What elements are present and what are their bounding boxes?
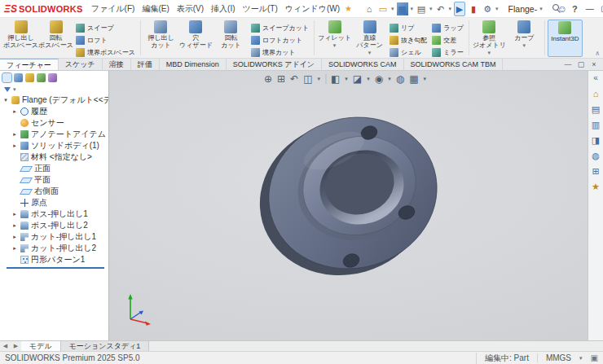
linear-pattern-caret-icon[interactable]: ▾ — [368, 49, 372, 57]
print-caret-icon[interactable]: ▾ — [429, 5, 433, 13]
units-caret-icon[interactable]: ▾ — [579, 354, 583, 362]
print-button[interactable]: ▤ — [416, 2, 427, 15]
tree-item-front-plane[interactable]: 正面 — [0, 163, 108, 174]
tab-mbd-dimension[interactable]: MBD Dimension — [160, 59, 227, 70]
options-caret-icon[interactable]: ▾ — [495, 5, 499, 13]
undo-button[interactable]: ↶ — [435, 2, 447, 15]
tab-solidworks-cam-tbm[interactable]: SOLIDWORKS CAM TBM — [404, 59, 504, 70]
curves-button[interactable]: カーブ ▾ — [507, 20, 542, 57]
collapse-ribbon-icon[interactable]: ∧ — [595, 50, 600, 57]
propertymanager-tab-icon[interactable] — [14, 73, 23, 82]
fillet-button[interactable]: フィレット ▾ — [317, 20, 352, 57]
dimxpertmanager-tab-icon[interactable] — [37, 73, 46, 82]
file-explorer-icon[interactable]: ▥ — [592, 120, 600, 129]
expand-icon[interactable] — [11, 234, 18, 240]
expand-icon[interactable] — [11, 245, 18, 252]
tab-weldments[interactable]: 溶接 — [103, 59, 131, 70]
wrap-button[interactable]: ラップ — [429, 22, 466, 33]
extrude-boss-button[interactable]: 押し出し ボス/ベース — [3, 20, 38, 57]
document-title[interactable]: Flange- ▾ — [508, 4, 543, 14]
collapse-taskpane-icon[interactable]: « — [593, 73, 598, 83]
menu-view[interactable]: 表示(V) — [177, 3, 204, 15]
extruded-cut-button[interactable]: 押し出し カット — [143, 20, 178, 57]
tab-motion-study-1[interactable]: モーションスタディ1 — [61, 341, 150, 351]
menu-insert[interactable]: 挿入(I) — [211, 3, 235, 15]
tree-item-boss-extrude1[interactable]: ボス-押し出し1 — [0, 208, 108, 220]
menu-window[interactable]: ウィンドウ(W) — [285, 3, 340, 15]
select-play-button[interactable]: ▶ — [454, 2, 465, 16]
tab-model[interactable]: モデル — [21, 341, 61, 351]
draft-button[interactable]: 抜き勾配 — [387, 34, 429, 46]
restore-button[interactable]: ▢ — [597, 4, 603, 13]
filter-caret-icon[interactable]: ▾ — [13, 86, 16, 94]
tabs-scroll-left-icon[interactable]: ◀ — [0, 341, 11, 351]
reference-geometry-caret-icon[interactable]: ▾ — [488, 49, 491, 57]
revolve-boss-button[interactable]: 回転 ボス/ベース — [38, 20, 73, 57]
expand-icon[interactable] — [11, 211, 18, 217]
expand-icon[interactable] — [11, 143, 18, 149]
tag-icon[interactable]: ▣ — [591, 353, 598, 362]
tree-item-root-part[interactable]: Flange (デフォルト<<デフォルト>_表示状態 — [0, 94, 108, 106]
revolved-cut-button[interactable]: 回転 カット — [213, 20, 249, 57]
displaymanager-tab-icon[interactable] — [48, 73, 57, 82]
tabs-scroll-right-icon[interactable]: ▶ — [11, 341, 21, 351]
forum-icon[interactable]: ★ — [592, 182, 600, 191]
tab-solidworks-addins[interactable]: SOLIDWORKS アドイン — [227, 59, 322, 70]
shell-button[interactable]: シェル — [387, 46, 429, 58]
tree-item-solid-bodies[interactable]: ソリッドボディ(1) — [0, 140, 108, 151]
tab-evaluate[interactable]: 評価 — [131, 59, 160, 70]
reference-geometry-button[interactable]: 参照 ジオメトリ ▾ — [472, 20, 507, 57]
tree-item-cut-extrude2[interactable]: カット-押し出し2 — [0, 243, 108, 254]
tree-item-top-plane[interactable]: 平面 — [0, 174, 108, 186]
tab-sketch[interactable]: スケッチ — [59, 59, 103, 70]
graphics-area[interactable]: ⊕ ⊞ ↶ ◫ ▾ ◧ ▾ ◪ ▾ ◉ ▾ ◍ ▦ ▾ — [109, 71, 588, 340]
expand-icon[interactable] — [2, 97, 9, 103]
hole-wizard-button[interactable]: 穴 ウィザード — [178, 20, 213, 57]
units-selector[interactable]: MMGS — [537, 353, 571, 362]
expand-icon[interactable] — [11, 108, 18, 115]
doc-minimize-button[interactable]: — — [562, 60, 574, 68]
linear-pattern-button[interactable]: 直線 パターン ▾ — [352, 20, 387, 57]
expand-icon[interactable] — [11, 131, 18, 138]
lofted-cut-button[interactable]: ロフトカット — [249, 34, 311, 46]
sweep-boss-button[interactable]: スイープ — [73, 22, 138, 33]
tree-item-cut-extrude1[interactable]: カット-押し出し1 — [0, 231, 108, 243]
tree-item-circular-pattern1[interactable]: 円形パターン1 — [0, 254, 108, 265]
tree-item-origin[interactable]: 原点 — [0, 197, 108, 208]
tree-item-boss-extrude2[interactable]: ボス-押し出し2 — [0, 220, 108, 231]
doc-restore-button[interactable]: ▢ — [575, 60, 587, 68]
undo-caret-icon[interactable]: ▾ — [449, 5, 452, 13]
menu-tools[interactable]: ツール(T) — [243, 3, 278, 15]
tab-features[interactable]: フィーチャー — [0, 59, 59, 70]
tree-item-sensors[interactable]: センサー — [0, 117, 108, 129]
configurationmanager-tab-icon[interactable] — [25, 73, 34, 82]
intersect-button[interactable]: 交差 — [429, 34, 466, 46]
doc-close-button[interactable]: × — [588, 60, 600, 68]
home-button[interactable]: ⌂ — [363, 2, 375, 15]
help-button[interactable]: ? — [572, 2, 578, 15]
rib-button[interactable]: リブ — [387, 22, 429, 33]
loft-boss-button[interactable]: ロフト — [73, 34, 138, 46]
save-button[interactable]: ▦ — [397, 2, 408, 15]
open-button[interactable]: ▭ — [377, 2, 389, 15]
expand-icon[interactable] — [11, 222, 18, 229]
tree-item-history[interactable]: 履歴 — [0, 106, 108, 117]
minimize-button[interactable]: — — [583, 4, 597, 13]
rebuild-icon[interactable]: ▮ — [468, 2, 479, 15]
instant3d-toggle-button[interactable]: Instant3D — [548, 20, 583, 57]
open-caret-icon[interactable]: ▾ — [391, 5, 394, 13]
custom-properties-icon[interactable]: ⊞ — [592, 166, 599, 176]
options-gear-button[interactable]: ⚙ — [482, 2, 493, 15]
flange-3d-model[interactable] — [179, 77, 530, 322]
tab-solidworks-cam[interactable]: SOLIDWORKS CAM — [322, 59, 404, 70]
menu-edit[interactable]: 編集(E) — [142, 3, 169, 15]
fillet-caret-icon[interactable]: ▾ — [333, 42, 337, 50]
boundary-boss-button[interactable]: 境界ボス/ベース — [73, 46, 138, 58]
boundary-cut-button[interactable]: 境界カット — [249, 46, 311, 58]
solidworks-resources-icon[interactable]: ⌂ — [593, 89, 599, 99]
save-caret-icon[interactable]: ▾ — [411, 5, 414, 13]
curves-caret-icon[interactable]: ▾ — [523, 42, 526, 50]
rollback-bar[interactable] — [7, 267, 104, 269]
swept-cut-button[interactable]: スイープカット — [249, 22, 311, 33]
appearances-scenes-icon[interactable]: ◍ — [592, 151, 600, 160]
